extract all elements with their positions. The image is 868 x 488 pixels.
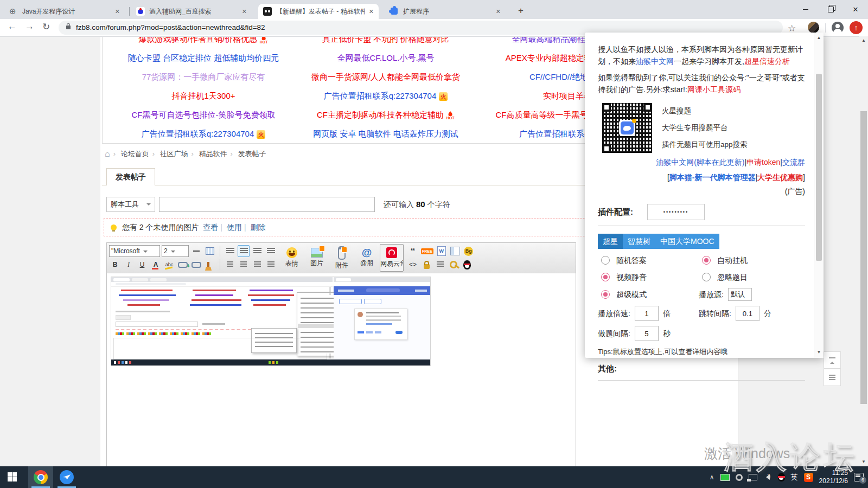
remove-link-button[interactable] [190,259,202,271]
hide-content-button[interactable] [420,259,432,271]
scroll-down-arrow[interactable]: ▼ [859,458,868,466]
new-tab-button[interactable]: + [514,5,527,18]
clear-format-button[interactable] [204,259,216,271]
view-images-link[interactable]: 查看 [203,223,218,232]
breadcrumb-community[interactable]: 社区广场 [160,150,188,158]
jump-interval-input[interactable] [736,306,760,321]
ad-link[interactable]: 微商一手货源网/人人都能全网最低价拿货 [311,72,460,81]
plugin-config-input[interactable] [647,204,705,220]
option-ignore-questions[interactable]: 忽略题目 [699,271,805,283]
radio-icon[interactable] [702,273,711,281]
url-text[interactable]: fzb8.com/forum.php?mod=post&action=newth… [76,23,265,31]
free-button[interactable]: FREE [420,245,434,257]
category-select[interactable]: 脚本工具 [106,197,155,212]
insert-link-button[interactable] [177,259,189,271]
option-auto-hangup[interactable]: 自动挂机 [699,254,805,266]
underline-button[interactable]: U [136,259,148,271]
thread-list-button[interactable] [824,369,841,386]
ad-link[interactable]: 全网最低CF.LOL.小号.黑号 [337,53,434,62]
reload-icon[interactable]: ↻ [42,21,50,33]
option-random-answer[interactable]: 随机答案 [598,254,699,266]
italic-button[interactable]: I [123,259,135,271]
ad-link[interactable]: 广告位置招租联系q:227304704 [324,91,437,100]
indent-button[interactable] [224,259,236,271]
ad-link[interactable]: CF黑号可自选号包排位-笑脸号免费领取 [132,110,276,119]
ordered-list-button[interactable] [251,259,263,271]
align-justify-button[interactable] [265,245,277,257]
tab-close-icon[interactable]: ✕ [496,8,501,15]
smilies-button[interactable]: 表情 [280,244,304,272]
ad-link[interactable]: 广告位置招租联系q:227304704 [142,129,254,138]
tab-baidu-search[interactable]: 酒入辅助网_百度搜索 ✕ [131,4,252,19]
quote-button[interactable]: “ [407,245,419,257]
align-left-button[interactable] [224,245,236,257]
tab-extensions[interactable]: 扩展程序 ✕ [385,4,506,19]
unordered-list-button[interactable] [265,259,277,271]
window-minimize-button[interactable] [793,0,818,18]
speed-analysis-link[interactable]: 超星倍速分析 [744,57,790,66]
align-center-button[interactable] [238,245,250,257]
breadcrumb-new-post[interactable]: 发表帖子 [238,150,266,158]
back-icon[interactable]: ← [8,21,17,32]
radio-icon[interactable] [601,273,610,281]
scroll-up-arrow[interactable]: ▲ [859,36,868,45]
forward-icon[interactable]: → [25,21,34,32]
back-to-top-button[interactable] [824,351,841,369]
chat-group-link[interactable]: 交流群 [782,158,805,166]
start-button[interactable] [8,472,17,481]
profile-icon[interactable] [832,22,844,34]
radio-icon[interactable] [601,256,610,265]
script-update-link[interactable]: 油猴中文网(脚本在此更新) [656,158,744,166]
student-discount-link[interactable]: 大学生优惠购 [757,173,803,182]
thread-title-input[interactable] [159,197,375,212]
extension-avatar-icon[interactable] [808,22,819,33]
ad-link[interactable]: 随心卡盟 台区稳定排位 超低辅助均价四元 [128,53,279,62]
attachment-button[interactable]: 附件 [330,244,354,272]
breadcrumb-software[interactable]: 精品软件 [199,150,227,158]
ad-link[interactable]: CF主播定制驱动/科技各种稳定辅助 [317,110,444,119]
tab-close-icon[interactable]: ✕ [369,8,374,15]
netease-music-button[interactable]: 网易云音 [380,244,404,272]
window-restore-button[interactable] [818,0,843,18]
align-right-button[interactable] [251,245,263,257]
use-images-link[interactable]: 使用 [227,223,242,232]
tab-java[interactable]: ⊕ Java开发程序设计 ✕ [4,4,125,19]
window-close-button[interactable]: ✕ [843,0,868,18]
scroll-up-arrow[interactable]: ▲ [814,34,824,42]
chrome-update-button[interactable]: ↑ [850,21,863,34]
radio-icon[interactable] [702,256,711,265]
insert-image-button[interactable]: 图片 [305,244,329,272]
scriptcat-link[interactable]: 脚本猫-新一代脚本管理器 [669,173,756,182]
horizontal-rule-button[interactable] [190,245,202,257]
tray-expand-icon[interactable]: ∧ [710,473,714,481]
outdent-button[interactable] [238,259,250,271]
tab-close-icon[interactable]: ✕ [242,8,247,15]
font-size-select[interactable]: 2 [162,245,189,257]
delete-images-link[interactable]: 删除 [250,223,265,232]
font-family-select[interactable]: "Microsoft [109,245,160,257]
spellcheck-button[interactable]: abc [163,259,175,271]
page-scrollbar[interactable]: ▲ ▼ [859,36,868,466]
background-button[interactable]: Bg [463,245,475,257]
quiz-interval-input[interactable] [635,326,659,341]
code-button[interactable]: <> [407,259,419,271]
play-source-select[interactable]: 默认 [728,288,752,301]
word-paste-button[interactable]: W [436,245,448,257]
wrap-button[interactable] [434,259,446,271]
panel-scrollbar[interactable]: ▲ ▼ [814,33,824,358]
password-button[interactable] [448,259,459,271]
apply-token-link[interactable]: 申请token [746,158,780,166]
bold-button[interactable]: B [109,259,121,271]
breadcrumb-forum-home[interactable]: 论坛首页 [121,150,149,158]
tab-post-thread-active[interactable]: 【新提醒】发表帖子 - 精品软件 ✕ [258,4,379,19]
scroll-thumb[interactable] [816,74,822,261]
tab-chaoxing[interactable]: 超星 [598,234,623,249]
taskbar-chrome[interactable] [28,466,53,488]
table-button[interactable] [204,245,216,257]
play-speed-input[interactable] [635,306,659,321]
option-super-mode[interactable]: 超级模式 [598,288,699,300]
read-more-button[interactable] [449,245,461,257]
ad-link[interactable]: 抖音挂机1天300+ [171,91,235,100]
editor-content-area[interactable] [107,273,576,488]
tab-mooc[interactable]: 中国大学MOOC [655,234,719,249]
